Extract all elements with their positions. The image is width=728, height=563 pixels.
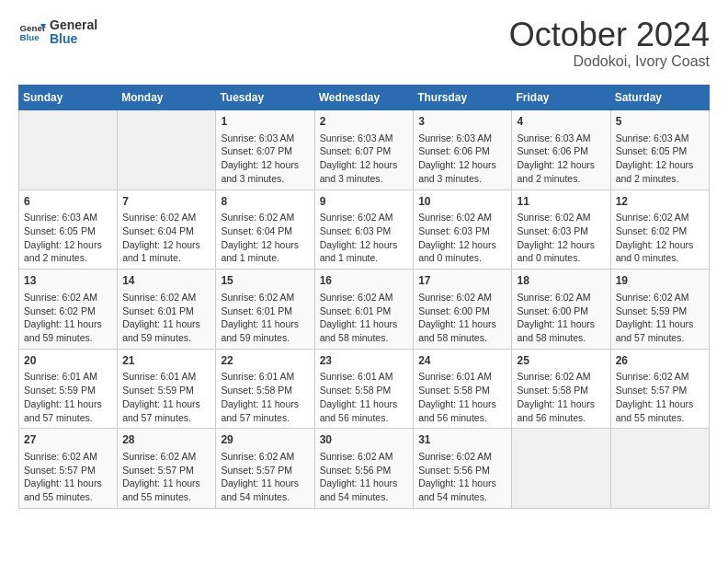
day-info: Sunrise: 6:01 AM Sunset: 5:58 PM Dayligh… (418, 370, 506, 424)
day-info: Sunrise: 6:03 AM Sunset: 6:05 PM Dayligh… (24, 211, 112, 265)
calendar-cell: 14Sunrise: 6:02 AM Sunset: 6:01 PM Dayli… (118, 270, 216, 350)
calendar-cell: 7Sunrise: 6:02 AM Sunset: 6:04 PM Daylig… (118, 190, 216, 270)
day-number: 14 (122, 273, 210, 289)
day-info: Sunrise: 6:01 AM Sunset: 5:59 PM Dayligh… (24, 370, 112, 424)
day-number: 23 (320, 353, 409, 369)
weekday-header-row: SundayMondayTuesdayWednesdayThursdayFrid… (19, 86, 710, 110)
day-info: Sunrise: 6:02 AM Sunset: 6:03 PM Dayligh… (418, 211, 506, 265)
calendar-cell: 27Sunrise: 6:02 AM Sunset: 5:57 PM Dayli… (19, 429, 118, 509)
weekday-header-sunday: Sunday (19, 86, 118, 110)
calendar-cell: 4Sunrise: 6:03 AM Sunset: 6:06 PM Daylig… (512, 110, 610, 190)
calendar-cell: 31Sunrise: 6:02 AM Sunset: 5:56 PM Dayli… (414, 429, 512, 509)
day-number: 19 (616, 273, 704, 289)
day-number: 25 (517, 353, 605, 369)
calendar-cell: 25Sunrise: 6:02 AM Sunset: 5:58 PM Dayli… (512, 349, 610, 429)
calendar-cell: 24Sunrise: 6:01 AM Sunset: 5:58 PM Dayli… (414, 349, 512, 429)
day-number: 4 (517, 114, 605, 130)
calendar-cell: 23Sunrise: 6:01 AM Sunset: 5:58 PM Dayli… (314, 349, 414, 429)
day-number: 9 (320, 194, 409, 210)
location: Dodokoi, Ivory Coast (509, 53, 710, 70)
logo-general: General (50, 18, 97, 32)
title-block: October 2024 Dodokoi, Ivory Coast (509, 18, 710, 70)
calendar-cell: 22Sunrise: 6:01 AM Sunset: 5:58 PM Dayli… (216, 349, 314, 429)
calendar-cell: 20Sunrise: 6:01 AM Sunset: 5:59 PM Dayli… (19, 349, 118, 429)
calendar-cell (610, 429, 709, 509)
day-number: 28 (122, 432, 210, 448)
calendar-week-row: 13Sunrise: 6:02 AM Sunset: 6:02 PM Dayli… (19, 270, 710, 350)
calendar-cell: 3Sunrise: 6:03 AM Sunset: 6:06 PM Daylig… (414, 110, 512, 190)
day-number: 10 (418, 194, 506, 210)
day-number: 7 (122, 194, 210, 210)
calendar-cell: 17Sunrise: 6:02 AM Sunset: 6:00 PM Dayli… (414, 270, 512, 350)
calendar-cell: 10Sunrise: 6:02 AM Sunset: 6:03 PM Dayli… (414, 190, 512, 270)
calendar-cell (118, 110, 216, 190)
month-title: October 2024 (509, 18, 710, 52)
calendar-week-row: 6Sunrise: 6:03 AM Sunset: 6:05 PM Daylig… (19, 190, 710, 270)
calendar-table: SundayMondayTuesdayWednesdayThursdayFrid… (18, 85, 710, 509)
day-info: Sunrise: 6:03 AM Sunset: 6:06 PM Dayligh… (418, 132, 506, 186)
calendar-cell: 12Sunrise: 6:02 AM Sunset: 6:02 PM Dayli… (610, 190, 709, 270)
calendar-cell: 15Sunrise: 6:02 AM Sunset: 6:01 PM Dayli… (216, 270, 314, 350)
calendar-cell: 8Sunrise: 6:02 AM Sunset: 6:04 PM Daylig… (216, 190, 314, 270)
calendar-cell: 6Sunrise: 6:03 AM Sunset: 6:05 PM Daylig… (19, 190, 118, 270)
day-info: Sunrise: 6:02 AM Sunset: 5:57 PM Dayligh… (122, 450, 210, 504)
day-info: Sunrise: 6:03 AM Sunset: 6:07 PM Dayligh… (320, 132, 409, 186)
day-info: Sunrise: 6:02 AM Sunset: 6:00 PM Dayligh… (517, 291, 605, 345)
weekday-header-wednesday: Wednesday (314, 86, 414, 110)
logo-blue: Blue (50, 32, 97, 46)
svg-text:Blue: Blue (20, 32, 40, 42)
day-info: Sunrise: 6:01 AM Sunset: 5:59 PM Dayligh… (122, 370, 210, 424)
calendar-cell (512, 429, 610, 509)
day-number: 2 (320, 114, 409, 130)
day-info: Sunrise: 6:01 AM Sunset: 5:58 PM Dayligh… (221, 370, 309, 424)
day-info: Sunrise: 6:02 AM Sunset: 6:03 PM Dayligh… (320, 211, 409, 265)
day-number: 15 (221, 273, 309, 289)
day-number: 11 (517, 194, 605, 210)
day-number: 31 (418, 432, 506, 448)
calendar-cell: 16Sunrise: 6:02 AM Sunset: 6:01 PM Dayli… (314, 270, 414, 350)
day-number: 12 (616, 194, 704, 210)
calendar-cell: 13Sunrise: 6:02 AM Sunset: 6:02 PM Dayli… (19, 270, 118, 350)
day-info: Sunrise: 6:02 AM Sunset: 6:03 PM Dayligh… (517, 211, 605, 265)
weekday-header-thursday: Thursday (414, 86, 512, 110)
day-number: 6 (24, 194, 112, 210)
calendar-cell: 5Sunrise: 6:03 AM Sunset: 6:05 PM Daylig… (610, 110, 709, 190)
day-info: Sunrise: 6:02 AM Sunset: 5:56 PM Dayligh… (320, 450, 409, 504)
day-number: 26 (616, 353, 704, 369)
logo-icon: General Blue (18, 18, 46, 46)
day-number: 17 (418, 273, 506, 289)
calendar-cell: 30Sunrise: 6:02 AM Sunset: 5:56 PM Dayli… (314, 429, 414, 509)
page-header: General Blue General Blue October 2024 D… (18, 18, 710, 70)
logo: General Blue General Blue (18, 18, 97, 47)
day-info: Sunrise: 6:02 AM Sunset: 6:02 PM Dayligh… (24, 291, 112, 345)
calendar-cell: 2Sunrise: 6:03 AM Sunset: 6:07 PM Daylig… (314, 110, 414, 190)
calendar-cell: 26Sunrise: 6:02 AM Sunset: 5:57 PM Dayli… (610, 349, 709, 429)
calendar-cell: 11Sunrise: 6:02 AM Sunset: 6:03 PM Dayli… (512, 190, 610, 270)
day-info: Sunrise: 6:02 AM Sunset: 6:04 PM Dayligh… (122, 211, 210, 265)
day-number: 3 (418, 114, 506, 130)
calendar-cell: 18Sunrise: 6:02 AM Sunset: 6:00 PM Dayli… (512, 270, 610, 350)
calendar-cell: 1Sunrise: 6:03 AM Sunset: 6:07 PM Daylig… (216, 110, 314, 190)
day-info: Sunrise: 6:02 AM Sunset: 5:58 PM Dayligh… (517, 370, 605, 424)
calendar-week-row: 27Sunrise: 6:02 AM Sunset: 5:57 PM Dayli… (19, 429, 710, 509)
day-number: 30 (320, 432, 409, 448)
calendar-week-row: 1Sunrise: 6:03 AM Sunset: 6:07 PM Daylig… (19, 110, 710, 190)
day-number: 1 (221, 114, 309, 130)
day-info: Sunrise: 6:02 AM Sunset: 6:01 PM Dayligh… (221, 291, 309, 345)
day-info: Sunrise: 6:03 AM Sunset: 6:06 PM Dayligh… (517, 132, 605, 186)
day-info: Sunrise: 6:02 AM Sunset: 6:04 PM Dayligh… (221, 211, 309, 265)
weekday-header-friday: Friday (512, 86, 610, 110)
day-info: Sunrise: 6:02 AM Sunset: 6:01 PM Dayligh… (320, 291, 409, 345)
calendar-cell: 29Sunrise: 6:02 AM Sunset: 5:57 PM Dayli… (216, 429, 314, 509)
weekday-header-monday: Monday (118, 86, 216, 110)
day-info: Sunrise: 6:02 AM Sunset: 5:57 PM Dayligh… (221, 450, 309, 504)
day-number: 16 (320, 273, 409, 289)
day-info: Sunrise: 6:02 AM Sunset: 5:56 PM Dayligh… (418, 450, 506, 504)
day-number: 8 (221, 194, 309, 210)
day-number: 18 (517, 273, 605, 289)
calendar-cell: 28Sunrise: 6:02 AM Sunset: 5:57 PM Dayli… (118, 429, 216, 509)
day-info: Sunrise: 6:02 AM Sunset: 6:01 PM Dayligh… (122, 291, 210, 345)
day-number: 5 (616, 114, 704, 130)
day-number: 27 (24, 432, 112, 448)
day-number: 21 (122, 353, 210, 369)
